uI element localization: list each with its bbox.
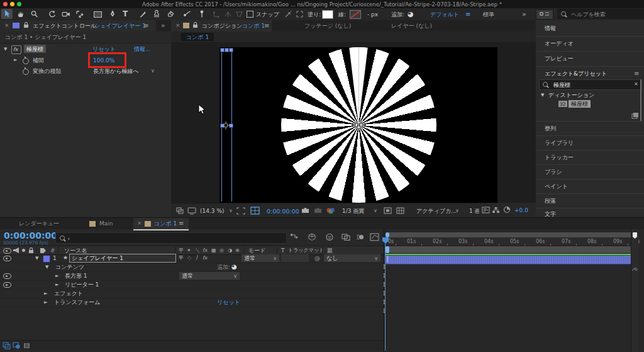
- layer-visibility-icon[interactable]: [3, 256, 11, 261]
- target-region-icon[interactable]: [384, 207, 392, 214]
- render-queue-tab[interactable]: レンダーキュー: [19, 221, 59, 227]
- panel-header-tracker[interactable]: トラッカー: [545, 155, 574, 161]
- fill-color-swatch[interactable]: [322, 10, 333, 19]
- snap-grid-icon[interactable]: [296, 10, 304, 18]
- source-name-column-header[interactable]: ソース名: [64, 248, 87, 254]
- expand-group-icon[interactable]: ▼: [45, 265, 48, 270]
- effect-controls-tab[interactable]: × エフェクトコントロール シェイプレイヤー 1 ≡: [0, 20, 156, 33]
- panel-header-audio[interactable]: オーディオ: [545, 41, 574, 47]
- eraser-tool-icon[interactable]: [166, 9, 175, 18]
- effects-presets-menu-icon[interactable]: ≡: [634, 71, 639, 77]
- layer-tab[interactable]: レイヤー (なし): [391, 23, 432, 29]
- panel-header-effects-presets[interactable]: エフェクト&プリセット: [545, 71, 607, 77]
- comp-breadcrumb-chip[interactable]: コンポ 1: [181, 33, 214, 41]
- effects-search-input[interactable]: 極座標: [553, 82, 570, 88]
- add-menu-icon[interactable]: ◕: [408, 11, 414, 18]
- layer-switch-frameblend[interactable]: /: [196, 256, 198, 261]
- mode-column-header[interactable]: モード: [248, 248, 265, 254]
- effect-name-chip[interactable]: 極座標: [24, 45, 46, 53]
- expand-group-icon[interactable]: ►: [55, 283, 58, 287]
- help-search-input[interactable]: ヘルプを検索: [571, 12, 606, 18]
- effect-info-button[interactable]: 情報...: [134, 47, 151, 52]
- grid-guides-icon[interactable]: [396, 207, 404, 214]
- panel-header-preview[interactable]: プレビュー: [545, 56, 574, 62]
- puppet-pin-tool-icon[interactable]: [197, 9, 206, 18]
- group-name[interactable]: コンテンツ: [55, 264, 84, 270]
- selection-handle-top-center[interactable]: [225, 48, 229, 52]
- layer-label-swatch[interactable]: [43, 255, 50, 263]
- exposure-value[interactable]: +0.0: [514, 208, 528, 213]
- transform-reset-button[interactable]: リセット: [217, 300, 240, 305]
- stroke-width-value[interactable]: - px: [367, 12, 378, 18]
- shape-blend-mode-dropdown[interactable]: 通常∨: [179, 272, 240, 280]
- timeline-button-icon[interactable]: [482, 207, 490, 213]
- effect-controls-tab-title[interactable]: エフェクトコントロール: [33, 23, 96, 29]
- lock-icon[interactable]: [193, 25, 197, 28]
- property-row-repeater[interactable]: ► リピーター 1: [0, 280, 384, 290]
- current-timecode[interactable]: 0:00:00:00: [4, 231, 57, 240]
- convert-chevron-icon[interactable]: ∨: [151, 69, 155, 74]
- workspace-default-button[interactable]: デフォルト: [430, 12, 459, 18]
- hand-tool-icon[interactable]: [16, 10, 25, 18]
- zoom-tool-icon[interactable]: [30, 10, 39, 18]
- rectangle-tool-icon[interactable]: [94, 11, 102, 18]
- layer-switch-quality[interactable]: 平: [179, 256, 184, 261]
- panel-menu-icon[interactable]: ≡: [143, 23, 148, 29]
- expand-property-icon[interactable]: ►: [14, 58, 17, 62]
- flowchart-button-icon[interactable]: [492, 207, 500, 213]
- property-row-transform[interactable]: ► トランスフォーム リセット: [0, 298, 384, 307]
- property-row-rectangle[interactable]: ► 長方形 1 通常∨: [0, 271, 384, 281]
- shy-layers-icon[interactable]: [325, 233, 334, 241]
- parent-dropdown[interactable]: なし∨: [324, 254, 380, 262]
- effects-scrollbar[interactable]: [640, 79, 641, 121]
- graph-editor-icon[interactable]: [370, 233, 379, 241]
- frame-blending-icon[interactable]: [341, 233, 350, 241]
- comp-preview-time[interactable]: 0:00:00:00: [267, 208, 299, 215]
- composition-tab-title[interactable]: コンポジション: [202, 23, 242, 29]
- group-name[interactable]: リピーター 1: [65, 282, 99, 288]
- selection-tool-button[interactable]: [1, 9, 13, 19]
- work-area-start-handle[interactable]: [386, 246, 389, 253]
- camera-view-dropdown[interactable]: アクティブカ...: [416, 208, 457, 214]
- panel-menu-icon[interactable]: ≡: [264, 23, 269, 29]
- motion-blur-icon[interactable]: [356, 233, 365, 241]
- panel-header-paragraph[interactable]: 段落: [545, 198, 556, 204]
- layer-in-handle[interactable]: [386, 256, 389, 263]
- snap-checkbox[interactable]: [247, 11, 253, 18]
- layer-row-shape[interactable]: ▼ 1 ★ シェイプレイヤー 1 平 ◇ / fx 通常∨ @ なし∨: [0, 254, 384, 263]
- new-panel-icon[interactable]: [631, 112, 639, 119]
- blend-mode-dropdown[interactable]: 通常∨: [242, 254, 279, 262]
- work-area-bar[interactable]: [386, 246, 636, 253]
- comp1-timeline-tab[interactable]: × コンポ 1 ≡: [133, 218, 189, 230]
- group-name[interactable]: 長方形 1: [65, 273, 87, 279]
- comp-viewer[interactable]: [171, 42, 536, 203]
- group-name[interactable]: トランスフォーム: [54, 300, 100, 305]
- layer-duration-bar[interactable]: [386, 255, 637, 264]
- pan-behind-tool-icon[interactable]: [75, 10, 84, 18]
- property-visibility-icon[interactable]: [3, 282, 11, 288]
- draft-3d-icon[interactable]: [308, 233, 316, 241]
- magnification-chevron-icon[interactable]: ∨: [229, 208, 233, 213]
- camera-chevron-icon[interactable]: ∨: [455, 208, 459, 213]
- channels-icon[interactable]: [326, 207, 335, 215]
- close-tab-icon[interactable]: ×: [137, 220, 142, 226]
- rotate-tool-icon[interactable]: [48, 10, 57, 18]
- expand-layer-icon[interactable]: ▼: [35, 256, 38, 261]
- playhead-line[interactable]: [385, 244, 386, 351]
- reset-exposure-icon[interactable]: [503, 206, 511, 213]
- group-name[interactable]: エフェクト: [54, 291, 83, 297]
- footage-tab[interactable]: フッテージ (なし): [304, 23, 351, 29]
- workspace-settings-button[interactable]: [536, 9, 553, 20]
- resolution-chevron-icon[interactable]: ∨: [374, 208, 377, 213]
- layer-switches-pane-toggle-icon[interactable]: [3, 342, 11, 349]
- comp-marker-button[interactable]: [633, 232, 637, 239]
- effects-search-box[interactable]: 極座標 ✕: [539, 79, 642, 90]
- convert-value-dropdown[interactable]: 長方形から極線へ: [93, 69, 139, 74]
- pickwhip-coil-icon[interactable]: [632, 266, 638, 271]
- category-expand-icon[interactable]: ▼: [541, 93, 544, 98]
- property-row-contents[interactable]: ▼ コンテンツ 追加: ◕: [0, 263, 384, 272]
- panel-header-paint[interactable]: ペイント: [545, 184, 568, 190]
- display-icon[interactable]: [187, 207, 196, 215]
- snap-angle-icon[interactable]: [284, 10, 292, 18]
- transfer-controls-pane-toggle-icon[interactable]: [13, 342, 21, 349]
